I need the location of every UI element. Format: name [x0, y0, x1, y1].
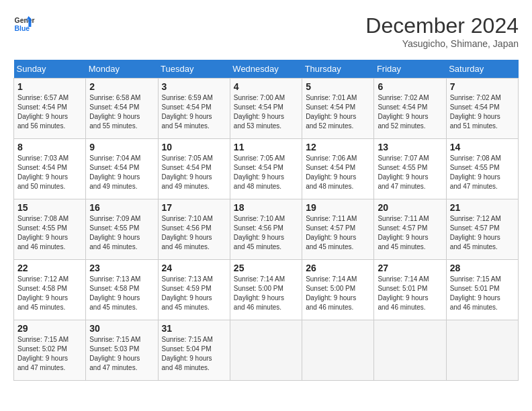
- day-info: Sunrise: 7:13 AMSunset: 4:59 PMDaylight:…: [162, 275, 213, 311]
- day-number: 8: [17, 142, 82, 152]
- day-number: 12: [306, 142, 370, 152]
- calendar-cell: [374, 320, 446, 381]
- day-number: 26: [306, 263, 370, 273]
- day-number: 9: [89, 142, 154, 152]
- svg-text:Blue: Blue: [15, 25, 30, 32]
- calendar-cell: 13Sunrise: 7:07 AMSunset: 4:55 PMDayligh…: [374, 139, 446, 199]
- day-info: Sunrise: 6:57 AMSunset: 4:54 PMDaylight:…: [17, 94, 69, 130]
- day-info: Sunrise: 7:00 AMSunset: 4:54 PMDaylight:…: [234, 94, 285, 130]
- calendar-table: Sunday Monday Tuesday Wednesday Thursday…: [13, 60, 519, 381]
- calendar-cell: 3Sunrise: 6:59 AMSunset: 4:54 PMDaylight…: [158, 79, 230, 139]
- calendar-cell: [302, 320, 374, 381]
- calendar-cell: 31Sunrise: 7:15 AMSunset: 5:04 PMDayligh…: [158, 320, 230, 381]
- day-number: 30: [89, 323, 154, 334]
- day-number: 16: [89, 202, 154, 213]
- day-number: 4: [234, 81, 298, 92]
- day-number: 31: [162, 323, 226, 334]
- calendar-cell: 10Sunrise: 7:05 AMSunset: 4:54 PMDayligh…: [158, 139, 230, 199]
- day-info: Sunrise: 7:11 AMSunset: 4:57 PMDaylight:…: [378, 215, 429, 250]
- day-info: Sunrise: 7:14 AMSunset: 5:00 PMDaylight:…: [234, 275, 285, 311]
- day-info: Sunrise: 7:01 AMSunset: 4:54 PMDaylight:…: [306, 94, 357, 130]
- day-info: Sunrise: 7:03 AMSunset: 4:54 PMDaylight:…: [17, 154, 69, 190]
- calendar-cell: 1Sunrise: 6:57 AMSunset: 4:54 PMDaylight…: [14, 79, 86, 139]
- col-sunday: Sunday: [14, 60, 86, 79]
- week-row-1: 1Sunrise: 6:57 AMSunset: 4:54 PMDaylight…: [14, 79, 519, 139]
- day-info: Sunrise: 7:06 AMSunset: 4:54 PMDaylight:…: [306, 154, 357, 190]
- day-number: 20: [378, 202, 442, 213]
- day-info: Sunrise: 7:08 AMSunset: 4:55 PMDaylight:…: [450, 154, 501, 190]
- col-friday: Friday: [374, 60, 446, 79]
- svg-text:General: General: [15, 17, 35, 24]
- day-info: Sunrise: 7:05 AMSunset: 4:54 PMDaylight:…: [234, 154, 285, 190]
- calendar-cell: 9Sunrise: 7:04 AMSunset: 4:54 PMDaylight…: [86, 139, 158, 199]
- day-number: 6: [378, 81, 442, 92]
- calendar-cell: 20Sunrise: 7:11 AMSunset: 4:57 PMDayligh…: [374, 199, 446, 260]
- calendar-cell: 19Sunrise: 7:11 AMSunset: 4:57 PMDayligh…: [302, 199, 374, 260]
- calendar-cell: 21Sunrise: 7:12 AMSunset: 4:57 PMDayligh…: [446, 199, 518, 260]
- calendar-cell: 12Sunrise: 7:06 AMSunset: 4:54 PMDayligh…: [302, 139, 374, 199]
- day-number: 19: [306, 202, 370, 213]
- logo-icon: General Blue: [13, 13, 35, 35]
- calendar-cell: 6Sunrise: 7:02 AMSunset: 4:54 PMDaylight…: [374, 79, 446, 139]
- day-info: Sunrise: 6:58 AMSunset: 4:54 PMDaylight:…: [89, 94, 140, 130]
- day-number: 29: [17, 323, 82, 334]
- day-number: 22: [17, 263, 82, 273]
- calendar-cell: 18Sunrise: 7:10 AMSunset: 4:56 PMDayligh…: [230, 199, 302, 260]
- day-info: Sunrise: 7:14 AMSunset: 5:01 PMDaylight:…: [378, 275, 429, 311]
- day-info: Sunrise: 7:08 AMSunset: 4:55 PMDaylight:…: [17, 215, 69, 250]
- col-monday: Monday: [86, 60, 158, 79]
- calendar-cell: 27Sunrise: 7:14 AMSunset: 5:01 PMDayligh…: [374, 260, 446, 320]
- col-saturday: Saturday: [446, 60, 518, 79]
- day-number: 25: [234, 263, 298, 273]
- calendar-cell: 5Sunrise: 7:01 AMSunset: 4:54 PMDaylight…: [302, 79, 374, 139]
- day-info: Sunrise: 7:15 AMSunset: 5:02 PMDaylight:…: [17, 336, 69, 371]
- calendar-cell: 2Sunrise: 6:58 AMSunset: 4:54 PMDaylight…: [86, 79, 158, 139]
- calendar-cell: 24Sunrise: 7:13 AMSunset: 4:59 PMDayligh…: [158, 260, 230, 320]
- col-tuesday: Tuesday: [158, 60, 230, 79]
- day-number: 1: [17, 81, 82, 92]
- calendar-cell: 30Sunrise: 7:15 AMSunset: 5:03 PMDayligh…: [86, 320, 158, 381]
- calendar-cell: 11Sunrise: 7:05 AMSunset: 4:54 PMDayligh…: [230, 139, 302, 199]
- calendar-cell: 23Sunrise: 7:13 AMSunset: 4:58 PMDayligh…: [86, 260, 158, 320]
- day-info: Sunrise: 7:11 AMSunset: 4:57 PMDaylight:…: [306, 215, 357, 250]
- day-info: Sunrise: 7:05 AMSunset: 4:54 PMDaylight:…: [162, 154, 213, 190]
- col-wednesday: Wednesday: [230, 60, 302, 79]
- day-number: 10: [162, 142, 226, 152]
- header: General Blue December 2024 Yasugicho, Sh…: [13, 13, 519, 49]
- day-number: 24: [162, 263, 226, 273]
- day-info: Sunrise: 7:10 AMSunset: 4:56 PMDaylight:…: [234, 215, 285, 250]
- day-number: 3: [162, 81, 226, 92]
- calendar-cell: [230, 320, 302, 381]
- day-number: 21: [450, 202, 515, 213]
- calendar-subtitle: Yasugicho, Shimane, Japan: [365, 38, 519, 49]
- day-info: Sunrise: 7:02 AMSunset: 4:54 PMDaylight:…: [450, 94, 501, 130]
- day-number: 23: [89, 263, 154, 273]
- header-row: Sunday Monday Tuesday Wednesday Thursday…: [14, 60, 519, 79]
- day-info: Sunrise: 7:12 AMSunset: 4:57 PMDaylight:…: [450, 215, 501, 250]
- calendar-cell: [446, 320, 518, 381]
- day-number: 14: [450, 142, 515, 152]
- calendar-cell: 28Sunrise: 7:15 AMSunset: 5:01 PMDayligh…: [446, 260, 518, 320]
- day-number: 11: [234, 142, 298, 152]
- calendar-cell: 14Sunrise: 7:08 AMSunset: 4:55 PMDayligh…: [446, 139, 518, 199]
- week-row-2: 8Sunrise: 7:03 AMSunset: 4:54 PMDaylight…: [14, 139, 519, 199]
- logo: General Blue: [13, 13, 35, 35]
- day-number: 15: [17, 202, 82, 213]
- calendar-cell: 22Sunrise: 7:12 AMSunset: 4:58 PMDayligh…: [14, 260, 86, 320]
- title-block: December 2024 Yasugicho, Shimane, Japan: [365, 13, 519, 49]
- day-info: Sunrise: 7:07 AMSunset: 4:55 PMDaylight:…: [378, 154, 429, 190]
- day-info: Sunrise: 7:15 AMSunset: 5:01 PMDaylight:…: [450, 275, 501, 311]
- day-number: 28: [450, 263, 515, 273]
- day-info: Sunrise: 7:13 AMSunset: 4:58 PMDaylight:…: [89, 275, 140, 311]
- calendar-title: December 2024: [365, 13, 519, 38]
- day-info: Sunrise: 6:59 AMSunset: 4:54 PMDaylight:…: [162, 94, 213, 130]
- day-info: Sunrise: 7:14 AMSunset: 5:00 PMDaylight:…: [306, 275, 357, 311]
- day-number: 17: [162, 202, 226, 213]
- day-info: Sunrise: 7:15 AMSunset: 5:03 PMDaylight:…: [89, 336, 140, 371]
- calendar-cell: 8Sunrise: 7:03 AMSunset: 4:54 PMDaylight…: [14, 139, 86, 199]
- week-row-3: 15Sunrise: 7:08 AMSunset: 4:55 PMDayligh…: [14, 199, 519, 260]
- day-info: Sunrise: 7:09 AMSunset: 4:55 PMDaylight:…: [89, 215, 140, 250]
- calendar-cell: 7Sunrise: 7:02 AMSunset: 4:54 PMDaylight…: [446, 79, 518, 139]
- week-row-5: 29Sunrise: 7:15 AMSunset: 5:02 PMDayligh…: [14, 320, 519, 381]
- day-number: 13: [378, 142, 442, 152]
